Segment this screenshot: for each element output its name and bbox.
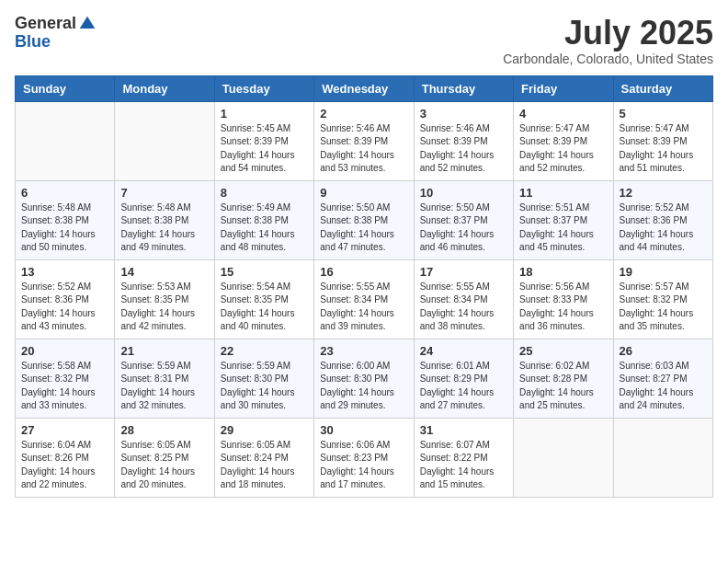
- calendar-cell: 1Sunrise: 5:45 AMSunset: 8:39 PMDaylight…: [214, 101, 313, 180]
- calendar-cell: 23Sunrise: 6:00 AMSunset: 8:30 PMDayligh…: [314, 339, 414, 418]
- calendar-cell: 3Sunrise: 5:46 AMSunset: 8:39 PMDaylight…: [414, 101, 513, 180]
- calendar-cell: 31Sunrise: 6:07 AMSunset: 8:22 PMDayligh…: [414, 418, 513, 497]
- day-info: Sunrise: 6:04 AMSunset: 8:26 PMDaylight:…: [21, 439, 108, 492]
- day-number: 22: [221, 344, 308, 358]
- day-number: 20: [21, 344, 108, 358]
- day-number: 29: [221, 423, 308, 437]
- calendar-cell: [115, 101, 214, 180]
- calendar-cell: 22Sunrise: 5:59 AMSunset: 8:30 PMDayligh…: [214, 339, 313, 418]
- calendar-week-row: 13Sunrise: 5:52 AMSunset: 8:36 PMDayligh…: [16, 259, 713, 339]
- calendar-week-row: 1Sunrise: 5:45 AMSunset: 8:39 PMDaylight…: [16, 101, 713, 180]
- day-info: Sunrise: 5:53 AMSunset: 8:35 PMDaylight:…: [120, 281, 208, 334]
- calendar-cell: 25Sunrise: 6:02 AMSunset: 8:28 PMDayligh…: [514, 339, 613, 418]
- day-number: 3: [420, 107, 507, 121]
- day-info: Sunrise: 5:52 AMSunset: 8:36 PMDaylight:…: [21, 281, 108, 334]
- calendar-cell: 26Sunrise: 6:03 AMSunset: 8:27 PMDayligh…: [613, 339, 712, 418]
- day-info: Sunrise: 5:45 AMSunset: 8:39 PMDaylight:…: [221, 122, 308, 176]
- calendar-week-row: 20Sunrise: 5:58 AMSunset: 8:32 PMDayligh…: [16, 339, 713, 418]
- calendar-cell: 28Sunrise: 6:05 AMSunset: 8:25 PMDayligh…: [115, 418, 214, 497]
- day-info: Sunrise: 5:48 AMSunset: 8:38 PMDaylight:…: [120, 201, 208, 255]
- day-number: 30: [320, 423, 407, 437]
- day-number: 10: [420, 186, 507, 200]
- calendar-cell: 27Sunrise: 6:04 AMSunset: 8:26 PMDayligh…: [16, 418, 115, 497]
- day-number: 1: [221, 107, 308, 121]
- page-header: General Blue July 2025 Carbondale, Color…: [15, 15, 713, 66]
- weekday-header: Wednesday: [314, 75, 414, 101]
- day-number: 2: [320, 107, 407, 121]
- calendar-cell: 15Sunrise: 5:54 AMSunset: 8:35 PMDayligh…: [214, 259, 313, 339]
- day-number: 25: [519, 344, 607, 358]
- weekday-header: Thursday: [414, 75, 513, 101]
- day-number: 31: [420, 423, 507, 437]
- day-info: Sunrise: 6:05 AMSunset: 8:24 PMDaylight:…: [221, 439, 308, 492]
- calendar-cell: 13Sunrise: 5:52 AMSunset: 8:36 PMDayligh…: [16, 259, 115, 339]
- title-block: July 2025 Carbondale, Colorado, United S…: [503, 15, 713, 66]
- day-info: Sunrise: 6:00 AMSunset: 8:30 PMDaylight:…: [320, 360, 407, 413]
- calendar-cell: 24Sunrise: 6:01 AMSunset: 8:29 PMDayligh…: [414, 339, 513, 418]
- day-number: 21: [120, 344, 208, 358]
- day-info: Sunrise: 5:49 AMSunset: 8:38 PMDaylight:…: [221, 201, 308, 255]
- day-info: Sunrise: 5:55 AMSunset: 8:34 PMDaylight:…: [420, 281, 507, 334]
- weekday-header: Friday: [514, 75, 613, 101]
- calendar-cell: 20Sunrise: 5:58 AMSunset: 8:32 PMDayligh…: [16, 339, 115, 418]
- calendar-week-row: 27Sunrise: 6:04 AMSunset: 8:26 PMDayligh…: [16, 418, 713, 497]
- calendar-cell: 19Sunrise: 5:57 AMSunset: 8:32 PMDayligh…: [613, 259, 712, 339]
- calendar-cell: 11Sunrise: 5:51 AMSunset: 8:37 PMDayligh…: [514, 180, 613, 259]
- day-number: 26: [620, 344, 707, 358]
- day-info: Sunrise: 6:02 AMSunset: 8:28 PMDaylight:…: [519, 360, 607, 413]
- weekday-header: Sunday: [16, 75, 115, 101]
- day-info: Sunrise: 5:56 AMSunset: 8:33 PMDaylight:…: [519, 281, 607, 334]
- day-info: Sunrise: 5:57 AMSunset: 8:32 PMDaylight:…: [620, 281, 707, 334]
- day-info: Sunrise: 5:50 AMSunset: 8:37 PMDaylight:…: [420, 201, 507, 255]
- day-number: 12: [620, 186, 707, 200]
- svg-marker-0: [80, 17, 96, 29]
- weekday-header: Saturday: [613, 75, 712, 101]
- calendar-cell: 14Sunrise: 5:53 AMSunset: 8:35 PMDayligh…: [115, 259, 214, 339]
- day-info: Sunrise: 5:48 AMSunset: 8:38 PMDaylight:…: [21, 201, 108, 255]
- day-number: 6: [21, 186, 108, 200]
- calendar-cell: 16Sunrise: 5:55 AMSunset: 8:34 PMDayligh…: [314, 259, 414, 339]
- day-number: 4: [519, 107, 607, 121]
- day-info: Sunrise: 6:05 AMSunset: 8:25 PMDaylight:…: [120, 439, 208, 492]
- day-number: 9: [320, 186, 407, 200]
- day-number: 27: [21, 423, 108, 437]
- logo: General Blue: [15, 15, 97, 52]
- day-info: Sunrise: 6:01 AMSunset: 8:29 PMDaylight:…: [420, 360, 507, 413]
- day-number: 19: [620, 265, 707, 279]
- day-number: 8: [221, 186, 308, 200]
- calendar-table: SundayMondayTuesdayWednesdayThursdayFrid…: [15, 75, 713, 498]
- day-number: 24: [420, 344, 507, 358]
- weekday-header: Tuesday: [214, 75, 313, 101]
- calendar-cell: 10Sunrise: 5:50 AMSunset: 8:37 PMDayligh…: [414, 180, 513, 259]
- day-info: Sunrise: 5:59 AMSunset: 8:30 PMDaylight:…: [221, 360, 308, 413]
- logo-blue-text: Blue: [15, 32, 51, 51]
- day-number: 16: [320, 265, 407, 279]
- day-number: 17: [420, 265, 507, 279]
- day-number: 11: [519, 186, 607, 200]
- calendar-cell: 6Sunrise: 5:48 AMSunset: 8:38 PMDaylight…: [16, 180, 115, 259]
- day-info: Sunrise: 5:47 AMSunset: 8:39 PMDaylight:…: [519, 122, 607, 176]
- logo-icon: [78, 15, 97, 33]
- calendar-cell: 4Sunrise: 5:47 AMSunset: 8:39 PMDaylight…: [514, 101, 613, 180]
- day-info: Sunrise: 5:46 AMSunset: 8:39 PMDaylight:…: [420, 122, 507, 176]
- day-number: 15: [221, 265, 308, 279]
- day-info: Sunrise: 5:58 AMSunset: 8:32 PMDaylight:…: [21, 360, 108, 413]
- month-title: July 2025: [503, 15, 713, 52]
- location-text: Carbondale, Colorado, United States: [503, 52, 713, 66]
- calendar-header-row: SundayMondayTuesdayWednesdayThursdayFrid…: [16, 75, 713, 101]
- day-info: Sunrise: 5:50 AMSunset: 8:38 PMDaylight:…: [320, 201, 407, 255]
- weekday-header: Monday: [115, 75, 214, 101]
- calendar-cell: 30Sunrise: 6:06 AMSunset: 8:23 PMDayligh…: [314, 418, 414, 497]
- calendar-cell: 29Sunrise: 6:05 AMSunset: 8:24 PMDayligh…: [214, 418, 313, 497]
- day-number: 14: [120, 265, 208, 279]
- day-number: 13: [21, 265, 108, 279]
- day-info: Sunrise: 5:52 AMSunset: 8:36 PMDaylight:…: [620, 201, 707, 255]
- day-info: Sunrise: 5:47 AMSunset: 8:39 PMDaylight:…: [620, 122, 707, 176]
- calendar-week-row: 6Sunrise: 5:48 AMSunset: 8:38 PMDaylight…: [16, 180, 713, 259]
- calendar-cell: [514, 418, 613, 497]
- day-info: Sunrise: 6:03 AMSunset: 8:27 PMDaylight:…: [620, 360, 707, 413]
- calendar-cell: 7Sunrise: 5:48 AMSunset: 8:38 PMDaylight…: [115, 180, 214, 259]
- day-number: 28: [120, 423, 208, 437]
- day-info: Sunrise: 5:54 AMSunset: 8:35 PMDaylight:…: [221, 281, 308, 334]
- day-info: Sunrise: 5:46 AMSunset: 8:39 PMDaylight:…: [320, 122, 407, 176]
